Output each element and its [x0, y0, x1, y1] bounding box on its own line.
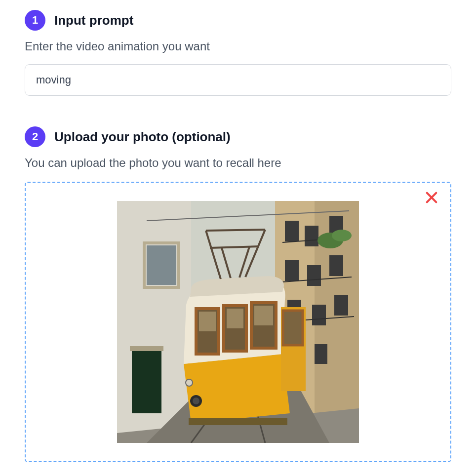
svg-point-46	[332, 230, 352, 241]
svg-rect-10	[147, 245, 176, 285]
svg-line-38	[206, 230, 265, 231]
upload-dropzone[interactable]	[25, 182, 451, 462]
svg-rect-22	[315, 344, 327, 364]
step-2-description: You can upload the photo you want to rec…	[25, 156, 451, 170]
svg-point-34	[186, 379, 193, 386]
svg-rect-15	[285, 260, 299, 281]
svg-rect-20	[334, 295, 348, 316]
step-2-title: Upload your photo (optional)	[54, 129, 231, 145]
prompt-input[interactable]	[25, 64, 451, 96]
svg-rect-31	[254, 306, 273, 325]
svg-rect-8	[132, 349, 161, 413]
svg-point-33	[193, 397, 199, 404]
step-1-description: Enter the video animation you want	[25, 40, 451, 53]
step-1-badge: 1	[25, 10, 45, 31]
svg-rect-30	[227, 309, 243, 328]
step-2-badge: 2	[25, 126, 45, 147]
uploaded-image-preview	[117, 201, 359, 443]
step-2-header: 2 Upload your photo (optional)	[25, 126, 451, 147]
close-icon	[424, 190, 439, 205]
svg-rect-44	[283, 311, 303, 345]
svg-rect-16	[307, 265, 321, 286]
step-1-header: 1 Input prompt	[25, 10, 451, 31]
svg-rect-29	[199, 312, 216, 331]
svg-rect-19	[312, 305, 326, 325]
svg-rect-35	[189, 418, 287, 425]
svg-rect-13	[305, 226, 318, 246]
remove-image-button[interactable]	[424, 190, 439, 205]
svg-rect-12	[285, 221, 299, 241]
step-1-title: Input prompt	[54, 13, 133, 28]
svg-rect-17	[329, 255, 343, 276]
svg-rect-9	[130, 346, 163, 351]
